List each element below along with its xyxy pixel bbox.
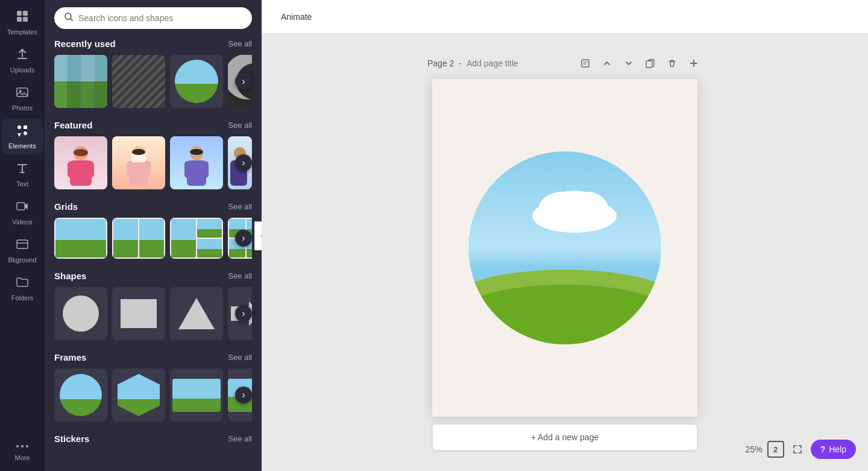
page-notes-btn[interactable] <box>577 55 594 72</box>
shape-thumb-triangle[interactable] <box>170 287 223 340</box>
section-title-stickers: Stickers <box>54 434 89 444</box>
nav-item-elements[interactable]: Elements <box>2 119 43 154</box>
frame-thumb-circle[interactable] <box>54 368 107 422</box>
circle-shape <box>63 296 99 332</box>
nav-item-more[interactable]: More <box>2 433 43 466</box>
nav-item-videos[interactable]: Videos <box>2 195 43 230</box>
page-down-btn[interactable] <box>620 55 637 72</box>
shape-thumb-rect[interactable] <box>112 287 165 340</box>
see-all-featured[interactable]: See all <box>228 121 252 130</box>
frame-rect-shape <box>172 379 221 412</box>
svg-rect-9 <box>24 131 27 135</box>
add-page-btn[interactable]: + Add a new page <box>432 424 697 450</box>
svg-point-20 <box>74 149 88 156</box>
nav-item-folders[interactable]: Folders <box>2 271 43 306</box>
bottom-controls: 25% 2 ? Help <box>746 440 856 459</box>
see-all-frames[interactable]: See all <box>228 353 252 362</box>
nav-label-elements: Elements <box>8 142 36 150</box>
svg-rect-34 <box>582 60 589 67</box>
page-controls: Page 2 - <box>427 55 702 72</box>
grids-arrow-btn[interactable]: › <box>235 230 252 247</box>
frame-thumb-badge[interactable] <box>112 368 165 422</box>
page-up-btn[interactable] <box>599 55 615 72</box>
grid-thumb-1[interactable] <box>54 218 107 259</box>
frame-thumb-rect[interactable] <box>170 368 223 422</box>
svg-rect-35 <box>646 61 652 68</box>
expand-btn[interactable] <box>789 441 806 458</box>
frame-badge-shape <box>118 374 160 416</box>
landscape-illustration <box>468 151 661 344</box>
nav-item-uploads[interactable]: Uploads <box>2 43 43 78</box>
hide-panel-btn[interactable]: ‹ <box>254 221 262 250</box>
featured-thumb-1[interactable] <box>54 136 107 189</box>
triangle-shape <box>178 298 215 329</box>
search-icon <box>64 12 74 24</box>
svg-point-7 <box>17 125 21 129</box>
page-title-input[interactable] <box>467 58 572 68</box>
grids-thumbs-row <box>54 218 252 259</box>
svg-rect-42 <box>468 318 661 344</box>
folders-icon <box>16 276 29 292</box>
featured-thumb-3[interactable] <box>170 136 223 189</box>
nav-item-text[interactable]: Text <box>2 157 43 192</box>
see-all-recently[interactable]: See all <box>228 39 252 48</box>
frames-thumbs-container: › <box>54 368 252 422</box>
help-btn[interactable]: ? Help <box>811 440 856 459</box>
section-stickers: Stickers See all <box>45 429 262 457</box>
svg-rect-24 <box>144 161 151 177</box>
frame-circle-shape <box>60 374 102 416</box>
section-title-recently: Recently used <box>54 39 116 49</box>
svg-rect-2 <box>17 17 22 22</box>
recently-thumbs-row <box>54 55 252 108</box>
section-header-featured: Featured See all <box>54 120 252 130</box>
help-label: Help <box>829 444 846 454</box>
svg-rect-10 <box>17 203 25 210</box>
zoom-label: 25% <box>746 444 763 454</box>
page-duplicate-btn[interactable] <box>642 55 659 72</box>
cloud <box>526 186 623 236</box>
nav-label-videos: Videos <box>12 218 32 226</box>
grids-thumbs-container: › <box>54 218 252 259</box>
page-canvas[interactable] <box>432 79 697 417</box>
recently-thumbs-container: › <box>54 55 252 108</box>
page-label: Page 2 <box>427 58 454 68</box>
search-bar <box>45 0 262 34</box>
nav-item-background[interactable]: Bkground <box>2 233 43 268</box>
grid-thumb-3[interactable] <box>170 218 223 259</box>
recently-thumb-2[interactable] <box>112 55 165 108</box>
animate-btn[interactable]: Animate <box>274 8 319 25</box>
nav-label-background: Bkground <box>8 256 36 264</box>
help-icon: ? <box>820 444 826 454</box>
svg-rect-19 <box>87 161 94 178</box>
recently-thumb-1[interactable] <box>54 55 107 108</box>
svg-point-26 <box>132 149 145 155</box>
nav-item-templates[interactable]: Templates <box>2 5 43 40</box>
frames-arrow-btn[interactable]: › <box>235 387 252 403</box>
page-wrapper: Page 2 - <box>427 55 702 450</box>
section-shapes: Shapes See all › <box>45 266 262 347</box>
featured-arrow-btn[interactable]: › <box>235 154 252 171</box>
see-all-shapes[interactable]: See all <box>228 271 252 280</box>
canvas-area: Animate Page 2 - <box>262 0 868 471</box>
section-title-shapes: Shapes <box>54 271 86 281</box>
featured-thumb-2[interactable] <box>112 136 165 189</box>
svg-rect-11 <box>17 240 28 248</box>
svg-rect-25 <box>131 154 146 162</box>
uploads-icon <box>16 48 29 64</box>
shapes-arrow-btn[interactable]: › <box>235 305 252 322</box>
search-wrapper[interactable] <box>54 7 252 29</box>
see-all-grids[interactable]: See all <box>228 202 252 211</box>
top-toolbar: Animate <box>262 0 868 34</box>
background-icon <box>16 238 29 254</box>
text-icon <box>16 162 29 178</box>
recently-thumb-3[interactable] <box>170 55 223 108</box>
grid-thumb-2[interactable] <box>112 218 165 259</box>
shape-thumb-circle[interactable] <box>54 287 107 340</box>
recently-arrow-btn[interactable]: › <box>235 73 252 90</box>
nav-item-photos[interactable]: Photos <box>2 81 43 116</box>
page-delete-btn[interactable] <box>664 55 681 72</box>
see-all-stickers[interactable]: See all <box>228 434 252 443</box>
search-input[interactable] <box>78 13 242 23</box>
svg-rect-8 <box>24 125 27 129</box>
page-add-btn[interactable] <box>685 55 702 72</box>
